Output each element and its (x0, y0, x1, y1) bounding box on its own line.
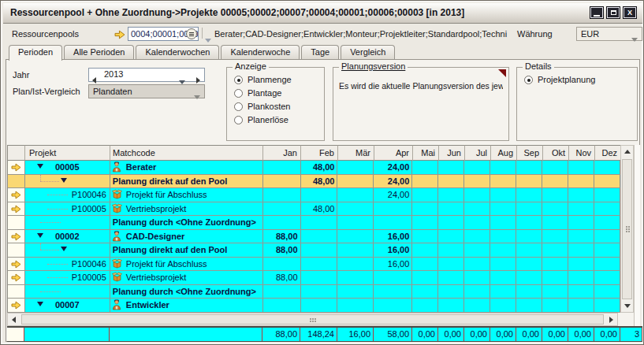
value-cell-mai[interactable] (412, 243, 438, 257)
value-cell-jun[interactable] (438, 243, 464, 257)
value-cell-jul[interactable] (464, 188, 490, 202)
pools-dropdown-arrow-icon[interactable] (205, 32, 211, 46)
expander-icon[interactable] (37, 302, 43, 306)
value-cell-jun[interactable] (438, 271, 464, 284)
value-cell-aug[interactable] (490, 258, 516, 271)
restore-button[interactable] (606, 6, 620, 19)
link-arrow-icon[interactable] (11, 301, 21, 311)
value-cell-mai[interactable] (412, 161, 438, 174)
value-cell-sep[interactable] (516, 202, 542, 216)
value-cell-dez[interactable] (594, 188, 620, 202)
radio-plantage[interactable] (234, 89, 243, 98)
value-cell-jan[interactable] (263, 216, 301, 229)
value-cell-mär[interactable] (337, 299, 374, 312)
value-cell-jul[interactable] (464, 230, 490, 243)
value-cell-sep[interactable] (516, 230, 542, 243)
value-cell-dez[interactable] (594, 243, 620, 257)
value-cell-sep[interactable] (516, 299, 542, 312)
value-cell-apr[interactable]: 24,00 (374, 175, 412, 188)
value-cell-dez[interactable] (594, 216, 620, 229)
value-cell-nov[interactable] (568, 230, 594, 243)
value-cell-feb[interactable]: 48,00 (301, 175, 338, 188)
value-cell-mär[interactable] (337, 188, 374, 202)
value-cell-sep[interactable] (516, 188, 542, 202)
value-cell-jan[interactable] (263, 285, 301, 299)
radio-plankosten[interactable] (234, 102, 243, 111)
horizontal-scroll-thumb[interactable] (21, 314, 604, 325)
link-arrow-icon[interactable] (11, 191, 21, 201)
value-cell-mär[interactable] (337, 285, 374, 299)
expander-icon[interactable] (37, 233, 43, 238)
value-cell-jun[interactable] (438, 285, 464, 299)
value-cell-dez[interactable] (594, 202, 620, 216)
value-cell-feb[interactable] (301, 243, 338, 257)
tab-perioden[interactable]: Perioden (9, 45, 62, 61)
value-cell-mai[interactable] (412, 188, 438, 202)
link-arrow-icon[interactable] (11, 232, 21, 243)
value-cell-dez[interactable] (594, 230, 620, 243)
value-cell-mai[interactable] (412, 285, 438, 299)
value-cell-mär[interactable] (337, 230, 374, 243)
value-cell-jul[interactable] (464, 243, 490, 257)
value-cell-okt[interactable] (542, 285, 568, 299)
value-cell-mai[interactable] (412, 216, 438, 229)
value-cell-nov[interactable] (568, 258, 594, 271)
value-cell-mär[interactable] (337, 258, 374, 271)
value-cell-apr[interactable] (374, 299, 412, 312)
value-cell-mär[interactable] (337, 216, 374, 229)
value-cell-okt[interactable] (542, 216, 568, 229)
tab-kalenderwoche[interactable]: Kalenderwoche (221, 45, 300, 59)
value-cell-aug[interactable] (490, 299, 516, 312)
value-cell-mär[interactable] (337, 243, 374, 257)
link-arrow-icon[interactable] (11, 205, 21, 215)
value-cell-sep[interactable] (516, 175, 542, 188)
value-cell-jul[interactable] (464, 216, 490, 229)
value-cell-mai[interactable] (412, 271, 438, 284)
value-cell-feb[interactable]: 48,00 (301, 161, 338, 174)
close-button[interactable]: X (623, 6, 637, 19)
value-cell-jul[interactable] (464, 299, 490, 312)
horizontal-scrollbar[interactable] (7, 313, 618, 326)
radio-projektplanung[interactable] (524, 76, 533, 84)
value-cell-aug[interactable] (490, 175, 516, 188)
value-cell-okt[interactable] (542, 299, 568, 312)
value-cell-jan[interactable] (263, 188, 301, 202)
value-cell-feb[interactable] (301, 271, 338, 284)
value-cell-mai[interactable] (412, 202, 438, 216)
value-cell-jun[interactable] (438, 161, 464, 174)
value-cell-dez[interactable] (594, 175, 620, 188)
tab-tage[interactable]: Tage (301, 45, 339, 59)
value-cell-apr[interactable] (374, 271, 412, 284)
value-cell-sep[interactable] (516, 258, 542, 271)
value-cell-aug[interactable] (490, 230, 516, 243)
value-cell-apr[interactable] (374, 216, 412, 229)
value-cell-dez[interactable] (594, 299, 620, 312)
value-cell-aug[interactable] (490, 285, 516, 299)
value-cell-nov[interactable] (568, 188, 594, 202)
year-spinner[interactable]: 2013 (88, 68, 205, 82)
value-cell-aug[interactable] (490, 161, 516, 174)
value-cell-jan[interactable]: 88,00 (263, 230, 301, 243)
value-cell-okt[interactable] (542, 258, 568, 271)
value-cell-dez[interactable] (594, 258, 620, 271)
value-cell-apr[interactable] (374, 202, 412, 216)
value-cell-feb[interactable] (301, 216, 338, 229)
expander-icon[interactable] (61, 178, 67, 183)
link-arrow-icon[interactable] (11, 163, 21, 173)
value-cell-feb[interactable]: 48,00 (301, 202, 338, 216)
value-cell-okt[interactable] (542, 175, 568, 188)
value-cell-jan[interactable] (263, 258, 301, 271)
value-cell-aug[interactable] (490, 188, 516, 202)
vertical-scroll-thumb[interactable] (622, 159, 632, 299)
value-cell-nov[interactable] (568, 299, 594, 312)
value-cell-jun[interactable] (438, 299, 464, 312)
value-cell-sep[interactable] (516, 285, 542, 299)
value-cell-okt[interactable] (542, 271, 568, 284)
value-cell-jun[interactable] (438, 188, 464, 202)
value-cell-mär[interactable] (337, 271, 374, 284)
minimize-button[interactable] (590, 6, 604, 19)
expander-icon[interactable] (37, 164, 43, 169)
value-cell-mär[interactable] (337, 175, 374, 188)
link-arrow-icon[interactable] (11, 273, 21, 284)
value-cell-jan[interactable] (263, 299, 301, 312)
